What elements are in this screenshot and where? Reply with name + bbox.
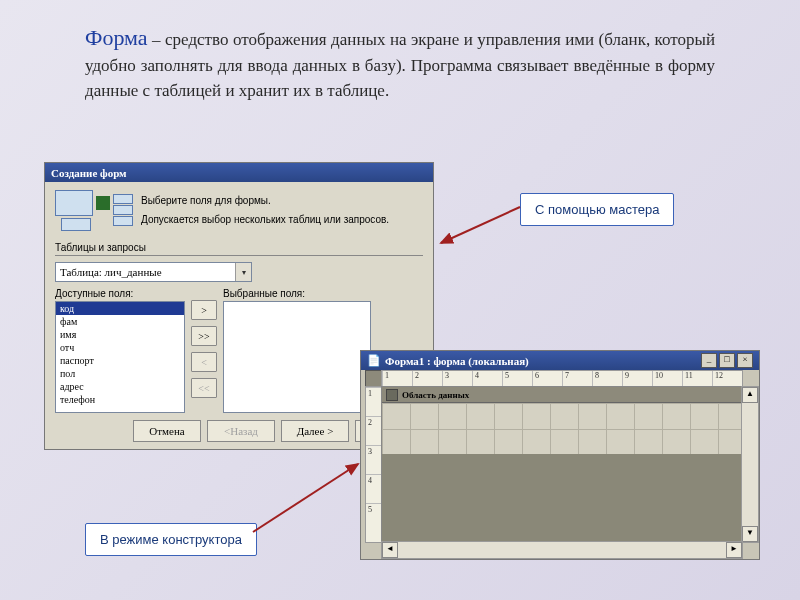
term: Форма [85, 25, 148, 50]
ruler-tick: 7 [562, 371, 592, 387]
ruler-tick: 4 [472, 371, 502, 387]
svg-line-1 [253, 464, 358, 532]
tables-label: Таблицы и запросы [55, 242, 423, 253]
add-all-button[interactable]: >> [191, 326, 217, 346]
callout-designer: В режиме конструктора [85, 523, 257, 556]
section-header-bar[interactable]: Область данных [382, 387, 742, 403]
list-item[interactable]: паспорт [56, 354, 184, 367]
next-button[interactable]: Далее > [281, 420, 349, 442]
add-field-button[interactable]: > [191, 300, 217, 320]
ruler-tick: 3 [366, 445, 382, 474]
list-item[interactable]: адрес [56, 380, 184, 393]
ruler-tick: 1 [382, 371, 412, 387]
section-selector-icon[interactable] [386, 389, 398, 401]
dash: – [152, 30, 161, 49]
list-item[interactable]: телефон [56, 393, 184, 406]
ruler-tick: 10 [652, 371, 682, 387]
scroll-left-button[interactable]: ◄ [382, 542, 398, 558]
ruler-tick: 2 [366, 416, 382, 445]
ruler-tick: 12 [712, 371, 742, 387]
ruler-tick: 2 [412, 371, 442, 387]
ruler-tick: 6 [532, 371, 562, 387]
list-item[interactable]: имя [56, 328, 184, 341]
wizard-titlebar: Создание форм [45, 163, 433, 182]
list-item[interactable]: пол [56, 367, 184, 380]
remove-all-button[interactable]: << [191, 378, 217, 398]
wizard-icon [55, 190, 131, 230]
callout-wizard: С помощью мастера [520, 193, 674, 226]
definition-paragraph: Форма – средство отображения данных на э… [85, 22, 715, 103]
scroll-up-button[interactable]: ▲ [742, 387, 758, 403]
ruler-tick: 5 [502, 371, 532, 387]
chevron-down-icon[interactable]: ▾ [235, 263, 251, 281]
svg-line-0 [441, 207, 520, 243]
vertical-scrollbar[interactable]: ▲ ▼ [741, 386, 759, 543]
arrow-to-designer [248, 458, 368, 538]
remove-field-button[interactable]: < [191, 352, 217, 372]
horizontal-scrollbar[interactable]: ◄ ► [381, 541, 743, 559]
definition-body: средство отображения данных на экране и … [85, 30, 715, 100]
wizard-prompt-1: Выберите поля для формы. [141, 194, 389, 208]
selected-fields-list[interactable] [223, 301, 371, 413]
available-label: Доступные поля: [55, 288, 185, 299]
ruler-tick: 5 [366, 503, 382, 532]
arrow-to-wizard [435, 203, 525, 253]
ruler-tick: 11 [682, 371, 712, 387]
detail-section-grid[interactable] [382, 403, 742, 455]
ruler-tick: 8 [592, 371, 622, 387]
ruler-tick: 4 [366, 474, 382, 503]
design-surface[interactable]: Область данных [381, 386, 743, 543]
selected-label: Выбранные поля: [223, 288, 371, 299]
close-button[interactable]: × [737, 353, 753, 368]
wizard-banner: Выберите поля для формы. Допускается выб… [55, 190, 423, 230]
back-button[interactable]: <Назад [207, 420, 275, 442]
minimize-button[interactable]: _ [701, 353, 717, 368]
maximize-button[interactable]: □ [719, 353, 735, 368]
ruler-tick: 9 [622, 371, 652, 387]
wizard-prompt-2: Допускается выбор нескольких таблиц или … [141, 213, 389, 227]
ruler-tick: 3 [442, 371, 472, 387]
list-item[interactable]: отч [56, 341, 184, 354]
scroll-down-button[interactable]: ▼ [742, 526, 758, 542]
wizard-title: Создание форм [51, 167, 127, 179]
list-item[interactable]: код [56, 302, 184, 315]
empty-area [382, 454, 742, 542]
scroll-right-button[interactable]: ► [726, 542, 742, 558]
available-fields-list[interactable]: код фам имя отч паспорт пол адрес телефо… [55, 301, 185, 413]
cancel-button[interactable]: Отмена [133, 420, 201, 442]
tables-combo-input[interactable] [56, 263, 235, 281]
section-header-label: Область данных [402, 390, 469, 400]
list-item[interactable]: фам [56, 315, 184, 328]
tables-combo[interactable]: ▾ [55, 262, 252, 282]
designer-window: 📄 Форма1 : форма (локальная) _ □ × 1 2 3… [360, 350, 760, 560]
designer-title: Форма1 : форма (локальная) [385, 355, 529, 367]
form-icon: 📄 [367, 354, 381, 367]
ruler-tick: 1 [366, 387, 382, 416]
designer-titlebar[interactable]: 📄 Форма1 : форма (локальная) _ □ × [361, 351, 759, 370]
